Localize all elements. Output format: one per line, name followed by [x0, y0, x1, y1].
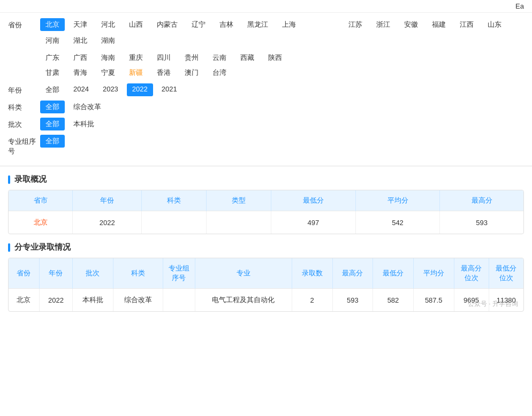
province-tag-yunnan[interactable]: 云南 — [207, 51, 232, 64]
cell-ma-major-group — [163, 289, 195, 312]
major-group-tag-all[interactable]: 全部 — [40, 135, 65, 148]
cell-min-score: 497 — [271, 211, 356, 234]
col-ma-min-score: 最低分 — [373, 258, 414, 289]
col-ma-major: 专业 — [195, 258, 292, 289]
province-tag-sichuan[interactable]: 四川 — [151, 51, 176, 64]
cell-ma-min-score: 582 — [373, 289, 414, 312]
cell-ma-province: 北京 — [9, 289, 39, 312]
col-category: 科类 — [142, 190, 207, 211]
year-tag-2022[interactable]: 2022 — [127, 83, 153, 96]
col-year: 年份 — [73, 190, 142, 211]
province-tag-beijing[interactable]: 北京 — [40, 18, 65, 31]
col-ma-max-score: 最高分 — [332, 258, 373, 289]
header-user: Ea — [515, 2, 524, 10]
province-tag-jiangxi[interactable]: 江西 — [454, 18, 479, 31]
filter-section: 省份 北京 天津 河北 山西 内蒙古 辽宁 吉林 黑龙江 上海 江苏 浙江 安徽… — [0, 13, 532, 166]
province-tag-gansu[interactable]: 甘肃 — [40, 66, 65, 79]
major-admission-title: 分专业录取情况 — [8, 242, 524, 252]
province-tag-henan[interactable]: 河南 — [40, 34, 65, 47]
table-row: 北京 2022 本科批 综合改革 电气工程及其自动化 2 593 582 587… — [9, 289, 523, 312]
cell-ma-category: 综合改革 — [113, 289, 163, 312]
province-tag-jilin[interactable]: 吉林 — [214, 18, 239, 31]
col-ma-batch: 批次 — [72, 258, 113, 289]
year-tag-2024[interactable]: 2024 — [68, 83, 94, 96]
major-group-filter-row: 专业组序号 全部 — [8, 135, 524, 156]
batch-tags: 全部 本科批 — [40, 118, 524, 130]
cell-ma-batch: 本科批 — [72, 289, 113, 312]
province-tags2: 广东 广西 海南 重庆 四川 贵州 云南 西藏 陕西 — [40, 51, 524, 64]
category-filter-row: 科类 全部 综合改革 — [8, 101, 524, 113]
major-group-tags: 全部 — [40, 135, 524, 148]
year-filter-row: 年份 全部 2024 2023 2022 2021 — [8, 83, 524, 96]
col-avg-score: 平均分 — [355, 190, 440, 211]
cell-ma-year: 2022 — [39, 289, 72, 312]
batch-tag-all[interactable]: 全部 — [40, 118, 65, 130]
province-tag-shanxi[interactable]: 山西 — [124, 18, 148, 31]
cell-ma-avg-score: 587.5 — [413, 289, 454, 312]
watermark-text: 公众号 · 升学咨询 — [468, 299, 518, 309]
province-tag-chongqing[interactable]: 重庆 — [124, 51, 148, 64]
major-admission-header-row: 省份 年份 批次 科类 专业组序号 专业 录取数 最高分 最低分 平均分 最高分… — [9, 258, 523, 289]
province-tags: 北京 天津 河北 山西 内蒙古 辽宁 吉林 黑龙江 上海 江苏 浙江 安徽 福建… — [40, 18, 524, 47]
col-ma-min-rank: 最低分位次 — [489, 258, 523, 289]
province-tag-qinghai[interactable]: 青海 — [68, 66, 93, 79]
province-tag-aomen[interactable]: 澳门 — [179, 66, 204, 79]
batch-label: 批次 — [8, 118, 40, 129]
col-province: 省市 — [9, 190, 73, 211]
province-tag-fujian[interactable]: 福建 — [427, 18, 451, 31]
province-tag-guangdong[interactable]: 广东 — [40, 51, 65, 64]
col-ma-major-group: 专业组序号 — [163, 258, 195, 289]
cell-ma-max-score: 593 — [332, 289, 373, 312]
cell-province: 北京 — [9, 211, 73, 234]
province-label: 省份 — [8, 18, 40, 30]
province-tag-hainan[interactable]: 海南 — [96, 51, 120, 64]
year-tag-all[interactable]: 全部 — [40, 83, 65, 96]
province-tags3: 甘肃 青海 宁夏 新疆 香港 澳门 台湾 — [40, 66, 524, 79]
col-ma-province: 省份 — [9, 258, 39, 289]
province-tag-shaanxi[interactable]: 陕西 — [263, 51, 287, 64]
province-filter-row: 省份 北京 天津 河北 山西 内蒙古 辽宁 吉林 黑龙江 上海 江苏 浙江 安徽… — [8, 18, 524, 47]
category-tag-all[interactable]: 全部 — [40, 101, 65, 113]
batch-tag-undergraduate[interactable]: 本科批 — [68, 118, 100, 130]
admission-overview-table-container: 省市 年份 科类 类型 最低分 平均分 最高分 北京 2022 497 542 … — [8, 190, 524, 234]
province-tag-liaoning[interactable]: 辽宁 — [186, 18, 211, 31]
province-filter-row3: 甘肃 青海 宁夏 新疆 香港 澳门 台湾 — [40, 66, 524, 79]
cell-max-score: 593 — [440, 211, 523, 234]
province-tag-heilongjiang[interactable]: 黑龙江 — [242, 18, 273, 31]
cell-category — [142, 211, 207, 234]
province-tag-hebei[interactable]: 河北 — [96, 18, 120, 31]
province-tag-tianjin[interactable]: 天津 — [68, 18, 93, 31]
province-tag-xinjiang[interactable]: 新疆 — [124, 66, 148, 79]
year-tag-2021[interactable]: 2021 — [156, 83, 183, 96]
province-tag-hubei[interactable]: 湖北 — [68, 34, 93, 47]
cell-avg-score: 542 — [355, 211, 440, 234]
province-tag-taiwan[interactable]: 台湾 — [207, 66, 232, 79]
cell-year: 2022 — [73, 211, 142, 234]
province-tag-ningxia[interactable]: 宁夏 — [96, 66, 120, 79]
year-tag-2023[interactable]: 2023 — [97, 83, 124, 96]
col-min-score: 最低分 — [271, 190, 356, 211]
province-tag-xizang[interactable]: 西藏 — [235, 51, 260, 64]
province-tag-shandong[interactable]: 山东 — [482, 18, 507, 31]
province-tag-neimenggu[interactable]: 内蒙古 — [151, 18, 183, 31]
header-bar: Ea — [0, 0, 532, 13]
province-tag-hunan[interactable]: 湖南 — [96, 34, 120, 47]
major-admission-table-container: 省份 年份 批次 科类 专业组序号 专业 录取数 最高分 最低分 平均分 最高分… — [8, 258, 524, 312]
province-tag-jiangsu[interactable]: 江苏 — [343, 18, 368, 31]
category-tags: 全部 综合改革 — [40, 101, 524, 113]
cell-ma-major: 电气工程及其自动化 — [195, 289, 292, 312]
year-tags: 全部 2024 2023 2022 2021 — [40, 83, 524, 96]
major-admission-table: 省份 年份 批次 科类 专业组序号 专业 录取数 最高分 最低分 平均分 最高分… — [9, 258, 523, 311]
province-tag-guangxi[interactable]: 广西 — [68, 51, 93, 64]
province-tag-shanghai[interactable]: 上海 — [277, 18, 301, 31]
col-ma-year: 年份 — [39, 258, 72, 289]
province-filter-row2: 广东 广西 海南 重庆 四川 贵州 云南 西藏 陕西 — [40, 51, 524, 64]
category-tag-reform[interactable]: 综合改革 — [68, 101, 107, 113]
province-tag-hongkong[interactable]: 香港 — [151, 66, 176, 79]
category-label: 科类 — [8, 101, 40, 112]
province-tag-zhejiang[interactable]: 浙江 — [371, 18, 396, 31]
batch-filter-row: 批次 全部 本科批 — [8, 118, 524, 130]
province-tag-guizhou[interactable]: 贵州 — [179, 51, 204, 64]
col-ma-max-rank: 最高分位次 — [454, 258, 489, 289]
province-tag-anhui[interactable]: 安徽 — [399, 18, 423, 31]
